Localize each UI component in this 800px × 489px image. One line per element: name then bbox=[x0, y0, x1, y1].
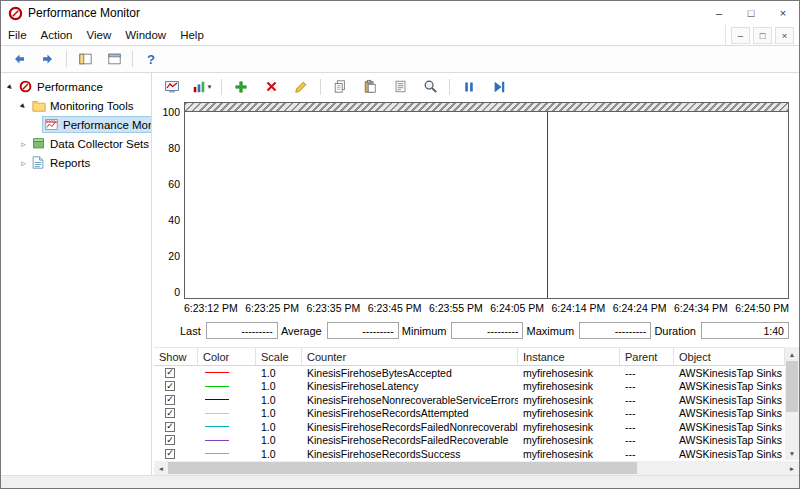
stat-maximum: Maximum--------- bbox=[527, 322, 652, 339]
toolbar-separator bbox=[66, 51, 67, 67]
monitor-chart-icon bbox=[164, 79, 180, 95]
mdi-restore-button[interactable]: □ bbox=[753, 27, 772, 44]
column-header-object[interactable]: Object bbox=[674, 348, 785, 365]
parent-cell: --- bbox=[620, 421, 674, 433]
counter-color-sample bbox=[205, 372, 229, 373]
show-checkbox[interactable]: ✓ bbox=[165, 368, 175, 378]
back-button[interactable] bbox=[5, 48, 33, 70]
menu-item-window[interactable]: Window bbox=[118, 25, 173, 45]
y-axis: 100806040200 bbox=[156, 106, 184, 298]
y-axis-label: 40 bbox=[168, 214, 180, 226]
scroll-up-icon[interactable]: ▲ bbox=[785, 347, 799, 361]
chart-area: 100806040200 6:23:12 PM6:23:25 PM6:23:35… bbox=[152, 100, 799, 314]
x-axis-label: 6:23:45 PM bbox=[368, 302, 422, 314]
counter-cell: KinesisFirehoseRecordsFailedNonrecoverab… bbox=[302, 421, 518, 433]
show-checkbox[interactable]: ✓ bbox=[165, 449, 175, 459]
scroll-right-icon[interactable]: ► bbox=[785, 461, 799, 475]
copy-properties-button[interactable] bbox=[326, 76, 354, 98]
copy-icon bbox=[333, 79, 347, 94]
stat-minimum-label: Minimum bbox=[402, 325, 447, 337]
step-forward-icon bbox=[492, 80, 506, 94]
minimize-button[interactable]: – bbox=[703, 1, 735, 25]
add-counter-button[interactable] bbox=[227, 76, 255, 98]
table-row[interactable]: ✓1.0KinesisFirehoseBytesAcceptedmyfireho… bbox=[154, 366, 785, 380]
tree-item-performance-monitor[interactable]: Performance Monitor bbox=[1, 115, 151, 134]
parent-cell: --- bbox=[620, 394, 674, 406]
counter-color-sample bbox=[205, 440, 229, 441]
counter-color-sample bbox=[205, 413, 229, 414]
parent-cell: --- bbox=[620, 367, 674, 379]
table-row[interactable]: ✓1.0KinesisFirehoseLatencymyfirehosesink… bbox=[154, 380, 785, 394]
table-row[interactable]: ✓1.0KinesisFirehoseRecordsSuccessmyfireh… bbox=[154, 447, 785, 460]
paste-counter-list-button[interactable] bbox=[356, 76, 384, 98]
window-title: Performance Monitor bbox=[28, 6, 140, 20]
scroll-left-icon[interactable]: ◄ bbox=[154, 461, 168, 475]
delete-counter-button[interactable] bbox=[257, 76, 285, 98]
properties-button[interactable] bbox=[386, 76, 414, 98]
column-header-instance[interactable]: Instance bbox=[518, 348, 620, 365]
change-graph-type-button[interactable]: ▼ bbox=[188, 76, 216, 98]
table-row[interactable]: ✓1.0KinesisFirehoseRecordsFailedRecovera… bbox=[154, 434, 785, 448]
y-axis-label: 0 bbox=[174, 286, 180, 298]
horizontal-scrollbar[interactable]: ◄ ► bbox=[154, 461, 799, 475]
counter-cell: KinesisFirehoseRecordsFailedRecoverable bbox=[302, 434, 518, 446]
chevron-collapsed-icon[interactable]: ▹ bbox=[17, 158, 30, 168]
mdi-minimize-button[interactable]: – bbox=[731, 27, 750, 44]
show-checkbox[interactable]: ✓ bbox=[165, 422, 175, 432]
zoom-button[interactable] bbox=[416, 76, 444, 98]
table-row[interactable]: ✓1.0KinesisFirehoseRecordsFailedNonrecov… bbox=[154, 420, 785, 434]
scrollbar-track[interactable] bbox=[168, 461, 785, 475]
tree-item-monitoring-tools[interactable]: ▸Monitoring Tools bbox=[1, 96, 151, 115]
tree-item-reports[interactable]: ▹Reports bbox=[1, 153, 151, 172]
scale-cell: 1.0 bbox=[256, 421, 302, 433]
x-axis-label: 6:23:55 PM bbox=[429, 302, 483, 314]
column-header-color[interactable]: Color bbox=[198, 348, 256, 365]
tree-item-performance[interactable]: ▸Performance bbox=[1, 77, 151, 96]
scale-cell: 1.0 bbox=[256, 394, 302, 406]
performance-monitor-window: Performance Monitor – □ × FileActionView… bbox=[0, 0, 800, 489]
scrollbar-thumb[interactable] bbox=[168, 462, 637, 474]
tree-item-label: Monitoring Tools bbox=[50, 100, 134, 112]
forward-button[interactable] bbox=[34, 48, 62, 70]
x-axis-label: 6:23:12 PM bbox=[184, 302, 238, 314]
vertical-scrollbar[interactable]: ▲ ▼ bbox=[785, 347, 799, 460]
show-checkbox[interactable]: ✓ bbox=[165, 435, 175, 445]
help-button[interactable]: ? bbox=[137, 48, 165, 70]
show-checkbox[interactable]: ✓ bbox=[165, 381, 175, 391]
tree-item-data-collector-sets[interactable]: ▹Data Collector Sets bbox=[1, 134, 151, 153]
object-cell: AWSKinesisTap Sinks bbox=[674, 434, 785, 446]
folder-icon bbox=[32, 99, 46, 112]
column-header-parent[interactable]: Parent bbox=[620, 348, 674, 365]
table-body: ✓1.0KinesisFirehoseBytesAcceptedmyfireho… bbox=[154, 366, 785, 460]
column-header-scale[interactable]: Scale bbox=[256, 348, 302, 365]
freeze-display-button[interactable] bbox=[455, 76, 483, 98]
highlight-button[interactable] bbox=[287, 76, 315, 98]
counter-cell: KinesisFirehoseNonrecoverableServiceErro… bbox=[302, 394, 518, 406]
menu-item-action[interactable]: Action bbox=[34, 25, 80, 45]
show-console-tree-button[interactable] bbox=[71, 48, 99, 70]
chart-plot bbox=[184, 111, 789, 299]
menu-item-file[interactable]: File bbox=[1, 25, 34, 45]
menu-item-view[interactable]: View bbox=[80, 25, 119, 45]
column-header-show[interactable]: Show bbox=[154, 348, 198, 365]
table-row[interactable]: ✓1.0KinesisFirehoseRecordsAttemptedmyfir… bbox=[154, 407, 785, 421]
scrollbar-thumb[interactable] bbox=[786, 361, 798, 412]
mdi-close-button[interactable]: × bbox=[775, 27, 794, 44]
scrollbar-track[interactable] bbox=[785, 361, 799, 446]
maximize-button[interactable]: □ bbox=[735, 1, 767, 25]
scroll-down-icon[interactable]: ▼ bbox=[785, 446, 799, 460]
parent-cell: --- bbox=[620, 380, 674, 392]
table-row[interactable]: ✓1.0KinesisFirehoseNonrecoverableService… bbox=[154, 393, 785, 407]
show-checkbox[interactable]: ✓ bbox=[165, 408, 175, 418]
show-checkbox[interactable]: ✓ bbox=[165, 395, 175, 405]
x-axis-label: 6:24:05 PM bbox=[490, 302, 544, 314]
update-data-button[interactable] bbox=[485, 76, 513, 98]
color-cell bbox=[198, 426, 256, 427]
column-header-counter[interactable]: Counter bbox=[302, 348, 518, 365]
export-list-button[interactable] bbox=[100, 48, 128, 70]
view-current-activity-button[interactable] bbox=[158, 76, 186, 98]
menu-item-help[interactable]: Help bbox=[173, 25, 211, 45]
instance-cell: myfirehosesink bbox=[518, 380, 620, 392]
chevron-collapsed-icon[interactable]: ▹ bbox=[17, 139, 30, 149]
close-button[interactable]: × bbox=[767, 1, 799, 25]
